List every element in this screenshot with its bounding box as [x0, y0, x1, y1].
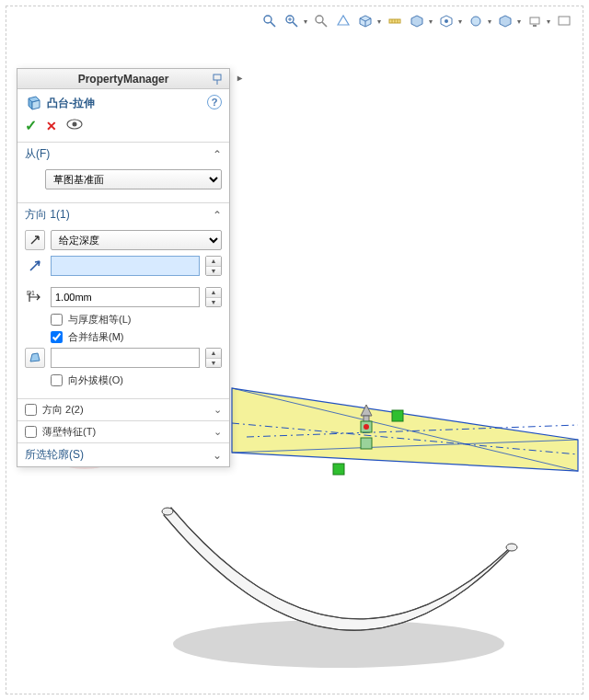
drag-handle-icon[interactable] — [361, 438, 372, 449]
svg-point-18 — [506, 544, 517, 551]
draft-icon[interactable] — [25, 348, 45, 368]
direction-input[interactable] — [51, 256, 200, 276]
svg-text:D1: D1 — [27, 290, 35, 296]
collapse-icon: ⌃ — [213, 148, 222, 161]
section-thin[interactable]: 薄壁特征(T)⌄ — [17, 420, 229, 442]
svg-point-29 — [73, 121, 77, 126]
pm-header-title: PropertyManager — [78, 73, 169, 86]
direction-arrow-icon — [25, 256, 45, 276]
constraint-icon[interactable] — [333, 464, 344, 475]
pm-header: PropertyManager ▸ — [17, 69, 229, 89]
svg-rect-26 — [214, 75, 221, 80]
chk-draft-outward[interactable]: 向外拔模(O) — [51, 373, 222, 387]
depth-icon: D1 — [25, 287, 45, 307]
constraint-icon[interactable] — [392, 410, 403, 421]
feature-title: 凸台-拉伸 — [47, 96, 95, 111]
section-from: 从(F)⌃ 草图基准面 — [17, 142, 229, 202]
section-contours-header[interactable]: 所选轮廓(S)⌄ — [17, 443, 229, 466]
spinner[interactable] — [205, 348, 222, 368]
nav-arrow-icon[interactable]: ▸ — [237, 73, 242, 83]
help-icon[interactable]: ? — [207, 95, 222, 109]
section-dir1-header[interactable]: 方向 1(1)⌃ — [17, 203, 229, 226]
pin-icon[interactable] — [209, 71, 225, 87]
chk-thickness[interactable]: 与厚度相等(L) — [51, 313, 222, 327]
expand-icon: ⌄ — [214, 404, 222, 416]
svg-point-25 — [364, 424, 369, 430]
preview-icon[interactable] — [66, 118, 83, 134]
collapse-icon: ⌃ — [213, 209, 222, 222]
expand-icon: ⌄ — [213, 449, 222, 462]
section-direction2[interactable]: 方向 2(2)⌄ — [17, 398, 229, 420]
section-contours: 所选轮廓(S)⌄ — [17, 442, 229, 466]
extrude-icon — [25, 95, 41, 111]
ok-button[interactable]: ✓ — [25, 117, 37, 134]
feature-title-row: 凸台-拉伸 ? — [17, 89, 229, 113]
depth-input[interactable] — [51, 287, 200, 307]
from-select[interactable]: 草图基准面 — [45, 169, 222, 189]
section-direction1: 方向 1(1)⌃ 给定深度 D1 与厚度相等(L) 合并结果(M) — [17, 202, 229, 398]
cancel-button[interactable]: ✕ — [46, 119, 57, 133]
spinner[interactable] — [205, 256, 222, 276]
pm-actions: ✓ ✕ — [17, 113, 229, 142]
spinner[interactable] — [205, 287, 222, 307]
section-from-header[interactable]: 从(F)⌃ — [17, 143, 229, 166]
property-manager-panel: PropertyManager ▸ 凸台-拉伸 ? ✓ ✕ 从(F)⌃ 草图基准… — [17, 68, 230, 467]
reverse-direction-icon[interactable] — [25, 230, 45, 250]
chk-merge[interactable]: 合并结果(M) — [51, 330, 222, 344]
svg-point-17 — [162, 508, 173, 515]
end-condition-select[interactable]: 给定深度 — [51, 230, 222, 250]
expand-icon: ⌄ — [214, 426, 222, 438]
draft-input[interactable] — [51, 348, 200, 368]
